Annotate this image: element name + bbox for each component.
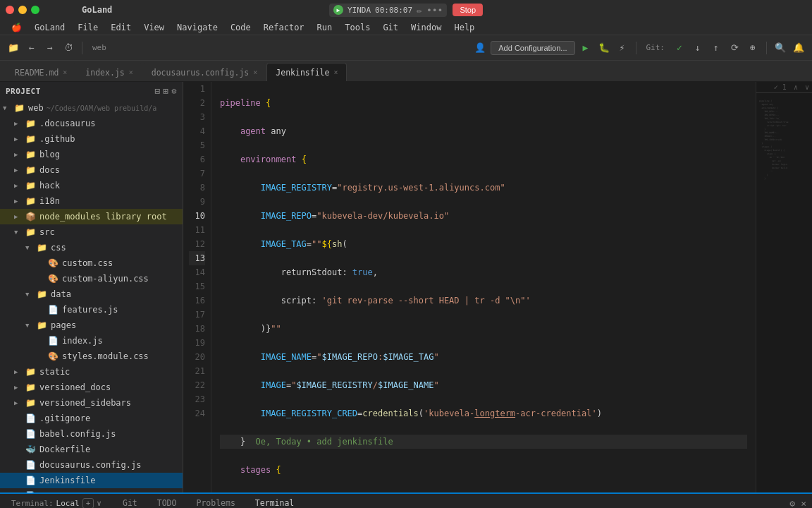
tree-pages[interactable]: ▼ 📁 pages (0, 318, 183, 333)
tree-index-js[interactable]: 📄 index.js (0, 333, 183, 349)
tree-custom-css[interactable]: 🎨 custom.css (0, 255, 183, 271)
tree-blog[interactable]: ▶ 📁 blog (0, 147, 183, 162)
tree-docusaurus[interactable]: ▶ 📁 .docusaurus (0, 116, 183, 131)
tree-custom-aliyun-css[interactable]: 🎨 custom-aliyun.css (0, 271, 183, 286)
tree-static[interactable]: ▶ 📁 static (0, 364, 183, 380)
tree-features-js[interactable]: 📄 features.js (0, 302, 183, 318)
tab-readme[interactable]: README.md × (6, 63, 76, 81)
git-update-icon[interactable]: ↓ (690, 40, 706, 56)
tree-i18n-arrow: ▶ (14, 198, 25, 205)
tree-root[interactable]: ▼ 📁 web ~/Codes/OAM/web prebuild/a (0, 100, 183, 116)
terminal-settings-icon[interactable]: ⚙ (789, 498, 795, 508)
project-icon[interactable]: 📁 (6, 40, 21, 56)
sidebar-expand-icon[interactable]: ⊞ (164, 86, 169, 96)
terminal-label-group: Terminal: Local + ∨ (6, 498, 107, 508)
menu-navigate[interactable]: Navigate (171, 21, 223, 34)
stop-button[interactable]: Stop (453, 4, 483, 16)
menu-goland[interactable]: 🍎 (6, 21, 27, 34)
tree-versioned-docs-folder-icon: 📁 (25, 382, 37, 392)
tab-indexjs[interactable]: index.js × (76, 63, 142, 81)
search-everywhere-icon[interactable]: 🔍 (773, 40, 788, 56)
tab-indexjs-close[interactable]: × (129, 68, 133, 76)
terminal-dropdown-icon[interactable]: ∨ (97, 499, 102, 508)
bottom-tab-problems-label: Problems (196, 498, 235, 508)
tree-features-js-file-icon: 📄 (48, 305, 59, 315)
close-button[interactable] (6, 6, 14, 14)
edit-config-icon[interactable]: ✏ (417, 5, 422, 16)
tree-static-folder-icon: 📁 (25, 367, 37, 377)
menu-goland-text[interactable]: GoLand (29, 21, 70, 34)
tree-css-label: css (51, 243, 66, 253)
tab-docusaurus[interactable]: docusaurus.config.js × (142, 63, 267, 81)
tree-css[interactable]: ▼ 📁 css (0, 240, 183, 255)
tree-custom-aliyun-css-file-icon: 🎨 (48, 274, 59, 284)
tree-license[interactable]: 📄 LICENSE (0, 488, 183, 492)
tree-dockerfile[interactable]: 🐳 Dockerfile (0, 442, 183, 457)
tree-data[interactable]: ▼ 📁 data (0, 286, 183, 302)
tree-custom-css-file-icon: 🎨 (48, 258, 59, 268)
bottom-tab-git[interactable]: Git (113, 494, 147, 509)
bottom-tab-problems[interactable]: Problems (186, 494, 245, 509)
debug-button[interactable]: 🐛 (596, 40, 612, 56)
more-options-icon[interactable]: ••• (426, 5, 443, 16)
run-with-coverage-icon[interactable]: ⚡ (615, 40, 630, 56)
maximize-button[interactable] (31, 6, 39, 14)
notifications-icon[interactable]: 🔔 (791, 40, 806, 56)
menu-file[interactable]: File (72, 21, 104, 34)
menu-tools[interactable]: Tools (339, 21, 376, 34)
tree-github-arrow: ▶ (14, 135, 25, 143)
minimap: ✓ 1 ∧ ∨ pipeline { agent any environment… (756, 82, 812, 492)
menu-code[interactable]: Code (225, 21, 257, 34)
tree-hack[interactable]: ▶ 📁 hack (0, 178, 183, 193)
tab-readme-close[interactable]: × (63, 68, 67, 76)
tree-babel-config[interactable]: 📄 babel.config.js (0, 426, 183, 442)
tree-versioned-docs[interactable]: ▶ 📁 versioned_docs (0, 380, 183, 395)
tree-static-label: static (39, 367, 70, 377)
git-push-icon[interactable]: ↑ (708, 40, 724, 56)
menu-git[interactable]: Git (377, 21, 404, 34)
tree-node-modules[interactable]: ▶ 📦 node_modules library root (0, 209, 183, 224)
tree-docusaurus-config[interactable]: 📄 docusaurus.config.js (0, 457, 183, 473)
tab-jenkinsfile[interactable]: Jenkinsfile × (266, 63, 347, 81)
profile-icon[interactable]: 👤 (472, 40, 488, 56)
menu-run[interactable]: Run (312, 21, 338, 34)
tree-github[interactable]: ▶ 📁 .github (0, 131, 183, 147)
tree-i18n-label: i18n (39, 196, 60, 206)
run-button[interactable]: ▶ (578, 40, 593, 56)
tree-i18n[interactable]: ▶ 📁 i18n (0, 193, 183, 209)
menu-window[interactable]: Window (405, 21, 447, 34)
tree-docs[interactable]: ▶ 📁 docs (0, 162, 183, 178)
tab-jenkinsfile-close[interactable]: × (333, 68, 338, 76)
git-history-icon[interactable]: ⟳ (727, 40, 742, 56)
menu-view[interactable]: View (138, 21, 170, 34)
tree-jenkinsfile-file-icon: 📄 (25, 476, 37, 485)
tree-license-file-icon: 📄 (25, 491, 37, 492)
bottom-tab-todo[interactable]: TODO (147, 494, 187, 509)
editor-area[interactable]: 1 2 3 4 5 6 7 8 9 10 11 12 13 14 15 16 1… (183, 82, 812, 492)
tree-css-folder-icon: 📁 (37, 243, 48, 253)
tree-docs-arrow: ▶ (14, 167, 25, 174)
minimize-button[interactable] (18, 6, 27, 14)
terminal-add-button[interactable]: + (82, 498, 94, 508)
sidebar-settings-icon[interactable]: ⚙ (171, 86, 177, 96)
tree-src[interactable]: ▼ 📁 src (0, 224, 183, 240)
terminal-close-icon[interactable]: × (801, 498, 806, 508)
menu-help[interactable]: Help (448, 21, 480, 34)
code-editor[interactable]: pipeline { agent any environment { IMAGE… (211, 82, 756, 492)
tree-root-arrow: ▼ (3, 104, 14, 111)
git-annotate-icon[interactable]: ⊕ (745, 40, 761, 56)
tree-gitignore[interactable]: 📄 .gitignore (0, 411, 183, 426)
tree-jenkinsfile[interactable]: 📄 Jenkinsfile (0, 473, 183, 488)
tab-docusaurus-close[interactable]: × (253, 68, 257, 76)
menu-edit[interactable]: Edit (105, 21, 137, 34)
menu-refactor[interactable]: Refactor (258, 21, 310, 34)
git-check-icon[interactable]: ✓ (672, 40, 687, 56)
add-configuration-button[interactable]: Add Configuration... (491, 41, 574, 55)
sidebar-collapse-icon[interactable]: ⊟ (155, 86, 161, 96)
bottom-tab-terminal[interactable]: Terminal (245, 494, 304, 509)
nav-forward-icon[interactable]: → (42, 40, 58, 56)
tree-styles-module-css[interactable]: 🎨 styles.module.css (0, 349, 183, 364)
tree-versioned-sidebars[interactable]: ▶ 📁 versioned_sidebars (0, 395, 183, 411)
nav-back-icon[interactable]: ← (24, 40, 39, 56)
nav-recent-icon[interactable]: ⏱ (61, 40, 76, 56)
